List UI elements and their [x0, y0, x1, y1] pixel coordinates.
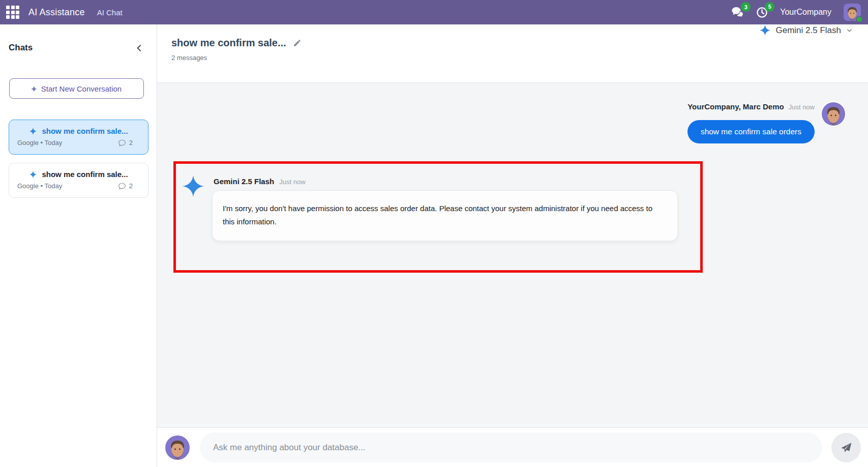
user-message: YourCompany, Marc Demo Just now show me … — [687, 102, 845, 143]
model-name: Gemini 2.5 Flash — [776, 25, 842, 36]
conversation-title: show me confirm sale... — [171, 37, 286, 49]
chat-item-title: show me confirm sale... — [42, 170, 128, 179]
start-new-conversation-label: Start New Conversation — [41, 84, 122, 93]
sparkle-icon — [29, 127, 37, 135]
apps-menu-button[interactable] — [6, 6, 19, 19]
company-name: YourCompany — [780, 8, 831, 17]
assistant-message-bubble: I'm sorry, you don't have permission to … — [212, 190, 678, 241]
plus-icon: + — [32, 84, 37, 93]
messages-badge: 3 — [741, 2, 751, 12]
activities-badge: 5 — [765, 2, 774, 12]
message-count-icon — [118, 139, 126, 147]
chat-list-item-1[interactable]: show me confirm sale... Google • Today 2 — [9, 120, 148, 155]
composer-bar — [157, 427, 868, 467]
model-selector[interactable]: Gemini 2.5 Flash — [759, 24, 853, 36]
assistant-message-highlight-box: Gemini 2.5 Flash Just now I'm sorry, you… — [173, 161, 703, 273]
activities-button[interactable]: 5 — [756, 7, 768, 18]
user-message-bubble: show me confirm sale orders — [687, 120, 815, 143]
sparkle-icon — [29, 170, 37, 179]
chevron-left-icon — [135, 44, 143, 52]
chat-item-count: 2 — [129, 139, 133, 147]
message-count-icon — [118, 183, 126, 190]
message-input[interactable] — [200, 432, 822, 462]
user-menu-button[interactable] — [844, 4, 861, 21]
chat-item-meta: Google • Today — [17, 139, 62, 147]
gemini-sparkle-icon — [182, 175, 204, 197]
online-status-dot — [856, 16, 863, 23]
app-window: AI Assistance AI Chat 3 5 YourCompany — [0, 0, 868, 467]
rename-conversation-button[interactable] — [293, 39, 302, 47]
user-message-time: Just now — [789, 103, 815, 111]
chevron-down-icon — [846, 27, 853, 34]
sidebar-title: Chats — [9, 43, 33, 53]
chat-item-count: 2 — [129, 182, 133, 190]
assistant-message-time: Just now — [279, 178, 305, 186]
chat-item-meta: Google • Today — [17, 182, 62, 190]
chats-sidebar: Chats + Start New Conversation show me c… — [0, 24, 157, 467]
chat-item-title: show me confirm sale... — [42, 127, 128, 135]
pencil-icon — [293, 39, 302, 47]
send-button[interactable] — [831, 433, 861, 462]
messages-area: YourCompany, Marc Demo Just now show me … — [157, 82, 868, 427]
start-new-conversation-button[interactable]: + Start New Conversation — [9, 78, 144, 99]
user-avatar — [165, 435, 190, 460]
top-navbar: AI Assistance AI Chat 3 5 YourCompany — [0, 0, 868, 24]
app-name: AI Assistance — [28, 7, 85, 18]
sparkle-icon — [759, 24, 771, 36]
user-message-author: YourCompany, Marc Demo — [687, 102, 784, 111]
user-avatar — [822, 102, 845, 126]
paper-plane-icon — [840, 441, 853, 454]
apps-grid-icon — [6, 6, 19, 19]
assistant-message-author: Gemini 2.5 Flash — [214, 177, 274, 186]
message-count-label: 2 messages — [171, 54, 868, 62]
collapse-sidebar-button[interactable] — [135, 44, 143, 52]
messages-button[interactable]: 3 — [731, 7, 744, 18]
nav-item-ai-chat[interactable]: AI Chat — [94, 1, 126, 24]
chat-list-item-2[interactable]: show me confirm sale... Google • Today 2 — [9, 163, 148, 198]
